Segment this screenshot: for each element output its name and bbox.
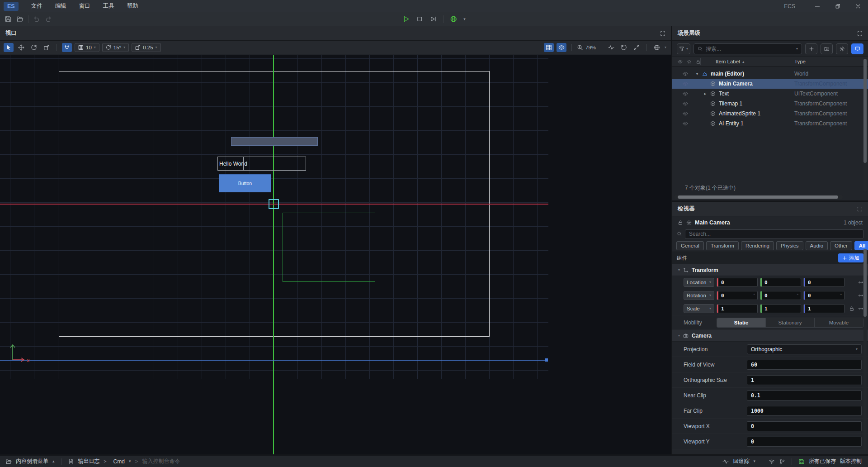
menu--[interactable]: 编辑 — [49, 2, 73, 10]
hierarchy-row[interactable]: AI Entity 1TransformComponent — [672, 119, 868, 129]
hierarchy-row[interactable]: Tilemap 1TransformComponent — [672, 99, 868, 109]
scale-y-input[interactable]: 1 — [760, 304, 801, 313]
visibility-options-button[interactable] — [557, 43, 566, 52]
tab-general[interactable]: General — [676, 241, 704, 250]
inspector-search-input[interactable] — [689, 231, 859, 237]
location-z-input[interactable]: 0 — [803, 278, 844, 287]
chevron-down-icon[interactable]: ▾ — [463, 17, 466, 21]
redo-button[interactable] — [45, 15, 52, 23]
branch-icon[interactable] — [779, 458, 785, 465]
visibility-eye-icon[interactable] — [682, 121, 689, 126]
content-drawer-icon[interactable] — [5, 458, 12, 465]
rotate-tool-button[interactable] — [29, 43, 39, 52]
play-button[interactable] — [402, 15, 410, 23]
viewport-link-button[interactable] — [851, 43, 863, 54]
selection-gizmo[interactable] — [269, 199, 279, 209]
hierarchy-search[interactable]: ▾ — [693, 43, 802, 54]
item-label-column[interactable]: Item Label ▲ — [716, 59, 745, 64]
link-axes-icon[interactable] — [858, 293, 863, 298]
visibility-eye-icon[interactable] — [682, 101, 689, 106]
field-of-view-input[interactable]: 60 — [747, 360, 862, 370]
near-clip-input[interactable]: 0.1 — [747, 391, 862, 400]
button-entity[interactable]: Button — [219, 174, 271, 192]
scrollbar-thumb[interactable] — [863, 249, 867, 317]
lock-inspector-icon[interactable] — [678, 220, 683, 225]
rotation-y-input[interactable]: 0° — [760, 291, 801, 300]
move-tool-button[interactable] — [16, 43, 26, 52]
inspector-search-box[interactable] — [685, 229, 863, 239]
tab-physics[interactable]: Physics — [776, 241, 803, 250]
tab-all[interactable]: All — [854, 241, 868, 250]
viewport-y-input[interactable]: 0 — [747, 437, 862, 447]
link-axes-icon[interactable] — [858, 306, 863, 311]
tilemap-bounds-rect[interactable] — [283, 213, 375, 282]
network-icon[interactable] — [769, 458, 775, 465]
scale-tool-button[interactable] — [42, 43, 52, 52]
backtrace-label[interactable]: 回追踪 — [733, 457, 749, 465]
maximize-button[interactable] — [827, 0, 848, 12]
zoom-control[interactable]: 79% — [577, 44, 596, 51]
undo-button[interactable] — [33, 15, 40, 23]
output-log-label[interactable]: 输出日志 — [78, 457, 100, 465]
run-mode-globe-button[interactable] — [450, 15, 457, 23]
hierarchy-row[interactable]: ▸TextUITextComponent — [672, 89, 868, 99]
output-log-icon[interactable] — [68, 458, 74, 465]
viewport-x-input[interactable]: 0 — [747, 421, 862, 431]
expand-chevron-icon[interactable]: ▾ — [694, 71, 700, 76]
world-options-button[interactable] — [652, 43, 662, 52]
hierarchy-vertical-scrollbar[interactable] — [863, 58, 867, 192]
expand-panel-icon[interactable] — [857, 206, 863, 212]
version-control-label[interactable]: 版本控制 — [840, 457, 862, 465]
step-frame-button[interactable] — [429, 15, 437, 23]
chevron-down-icon[interactable]: ▾ — [753, 459, 755, 463]
tab-transform[interactable]: Transform — [706, 241, 739, 250]
app-logo[interactable]: ES — [4, 2, 19, 11]
object-settings-icon[interactable] — [686, 220, 692, 225]
visibility-eye-icon[interactable] — [682, 111, 689, 116]
add-entity-button[interactable] — [805, 43, 817, 54]
menu--[interactable]: 文件 — [25, 2, 49, 10]
tab-other[interactable]: Other — [830, 241, 852, 250]
chevron-down-icon[interactable]: ▾ — [665, 46, 666, 49]
show-grid-button[interactable] — [544, 43, 554, 52]
rotation-z-input[interactable]: 0° — [803, 291, 844, 300]
camera-section-header[interactable]: ▾ Camera — [672, 330, 868, 342]
scene-canvas[interactable]: Hello World Button x — [0, 55, 671, 454]
menu--[interactable]: 工具 — [97, 2, 121, 10]
mobility-option-static[interactable]: Static — [717, 318, 765, 327]
visibility-eye-icon[interactable] — [682, 71, 689, 76]
backtrace-icon[interactable] — [722, 458, 729, 465]
fullscreen-button[interactable] — [632, 43, 642, 52]
hierarchy-row[interactable]: Main CameraTransformComponent — [672, 79, 868, 89]
type-column[interactable]: Type — [794, 59, 806, 64]
mobility-option-movable[interactable]: Movable — [814, 318, 863, 327]
location-y-input[interactable]: 0 — [760, 278, 801, 287]
select-tool-button[interactable] — [4, 43, 14, 52]
panel-entity[interactable] — [231, 137, 318, 146]
visibility-eye-icon[interactable] — [682, 81, 689, 86]
content-drawer-label[interactable]: 内容侧滑菜单 — [16, 457, 48, 465]
transform-section-header[interactable]: ▾ Transform — [672, 264, 868, 276]
link-axes-icon[interactable] — [858, 280, 863, 285]
expand-panel-icon[interactable] — [857, 31, 863, 36]
console-command-placeholder[interactable]: 输入控制台命令 — [142, 457, 180, 465]
favorite-column-icon[interactable] — [687, 59, 692, 64]
visibility-column-icon[interactable] — [678, 59, 683, 64]
menu--[interactable]: 帮助 — [121, 2, 145, 10]
snap-toggle-button[interactable] — [62, 43, 72, 52]
lock-icon[interactable] — [849, 306, 854, 311]
save-button[interactable] — [5, 15, 12, 23]
tab-audio[interactable]: Audio — [806, 241, 828, 250]
tab-rendering[interactable]: Rendering — [741, 241, 774, 250]
location-dropdown[interactable]: Location▾ — [684, 278, 714, 287]
location-x-input[interactable]: 0 — [717, 278, 758, 287]
inspector-vertical-scrollbar[interactable] — [863, 249, 867, 451]
menu--[interactable]: 窗口 — [73, 2, 97, 10]
scale-snap-dropdown[interactable]: 0.25 ▾ — [132, 43, 160, 52]
mobility-option-stationary[interactable]: Stationary — [765, 318, 814, 327]
stats-overlay-button[interactable] — [606, 43, 616, 52]
hierarchy-settings-button[interactable] — [836, 43, 848, 54]
chevron-down-icon[interactable]: ▾ — [796, 47, 798, 51]
open-button[interactable] — [16, 15, 24, 23]
hierarchy-row[interactable]: ▾main (Editor)World — [672, 69, 868, 79]
